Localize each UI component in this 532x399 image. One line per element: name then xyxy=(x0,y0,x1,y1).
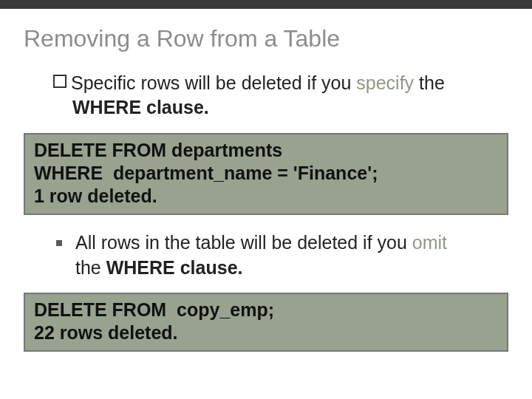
square-bullet-icon xyxy=(56,240,62,246)
content-area: Specific rows will be deleted if you spe… xyxy=(0,58,532,352)
bullet-1-where: WHERE clause. xyxy=(72,97,209,117)
bullet-1-specify: specify xyxy=(356,72,414,93)
bullet-2-line1: All rows in the table will be deleted if… xyxy=(75,231,447,254)
bullet-2-omit: omit xyxy=(412,232,447,253)
bullet-2-lead: All rows in the table will be deleted if… xyxy=(75,232,412,253)
bullet-item-2: All rows in the table will be deleted if… xyxy=(53,231,491,254)
checkbox-icon xyxy=(53,75,66,88)
code2-l2: 22 rows deleted. xyxy=(34,321,498,344)
bullet-2-pre: the xyxy=(75,257,106,278)
page-title: Removing a Row from a Table xyxy=(0,9,532,58)
code-block-2: DELETE FROM copy_emp; 22 rows deleted. xyxy=(24,293,508,352)
bullet-item-1: Specific rows will be deleted if you spe… xyxy=(53,72,491,95)
bullet-1-lead: Specific rows will be deleted if you xyxy=(71,72,356,93)
code1-l1: DELETE FROM departments xyxy=(34,139,498,162)
top-bar xyxy=(0,0,532,9)
code1-l3: 1 row deleted. xyxy=(34,185,498,208)
code1-l2: WHERE department_name = 'Finance'; xyxy=(34,162,498,185)
code-block-1: DELETE FROM departments WHERE department… xyxy=(24,133,508,216)
bullet-1-line2: WHERE clause. xyxy=(72,96,491,119)
bullet-1-tail: the xyxy=(414,72,445,93)
code2-l1: DELETE FROM copy_emp; xyxy=(34,299,498,321)
bullet-2-where: WHERE clause. xyxy=(106,257,243,278)
bullet-1-line1: Specific rows will be deleted if you spe… xyxy=(71,72,445,95)
bullet-2-line2: the WHERE clause. xyxy=(75,256,491,279)
